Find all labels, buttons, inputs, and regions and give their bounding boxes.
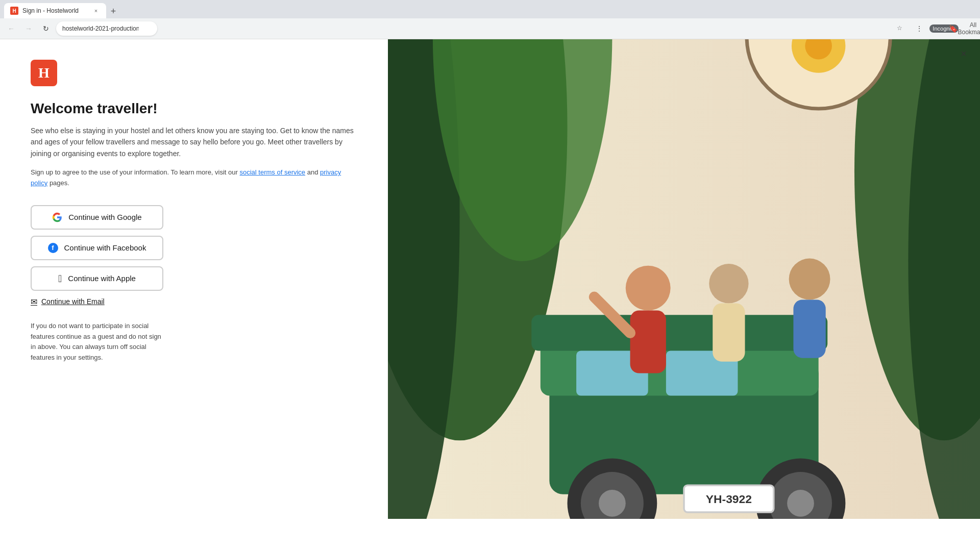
facebook-icon: f bbox=[48, 243, 58, 253]
terms-middle: and bbox=[307, 168, 320, 176]
back-button[interactable]: ← bbox=[4, 21, 18, 36]
left-panel: H Welcome traveller! See who else is sta… bbox=[0, 39, 388, 519]
bookmark-star-icon[interactable]: ☆ bbox=[897, 24, 905, 33]
tab-close-button[interactable]: × bbox=[92, 7, 100, 15]
terms-text: Sign up to agree to the use of your info… bbox=[31, 167, 357, 189]
refresh-button[interactable]: ↻ bbox=[39, 21, 53, 36]
background-scene: YH-3922 THE SPINDRIF bbox=[388, 39, 980, 519]
svg-rect-26 bbox=[713, 303, 745, 361]
tab-favicon: H bbox=[10, 7, 18, 15]
scene-svg: YH-3922 THE SPINDRIF bbox=[388, 39, 980, 519]
svg-point-25 bbox=[709, 264, 748, 303]
address-bar-row: ← → ↻ ☆ ⋮ Incognito 🔖 All Bookmarks bbox=[0, 18, 980, 39]
svg-rect-23 bbox=[630, 311, 666, 373]
all-bookmarks-label: All Bookmarks bbox=[958, 21, 980, 36]
svg-text:YH-3922: YH-3922 bbox=[706, 492, 752, 506]
address-bar-wrapper: ☆ bbox=[56, 21, 909, 36]
extensions-button[interactable]: ⋮ bbox=[912, 21, 926, 36]
apple-icon:  bbox=[58, 273, 62, 284]
svg-point-16 bbox=[599, 490, 626, 517]
active-tab[interactable]: H Sign in - Hostelworld × bbox=[4, 3, 106, 18]
address-bar-input[interactable] bbox=[56, 21, 157, 36]
right-panel: YH-3922 THE SPINDRIF bbox=[388, 39, 980, 519]
page-content: H Welcome traveller! See who else is sta… bbox=[0, 39, 980, 519]
all-bookmarks-button[interactable]: 🔖 All Bookmarks bbox=[962, 21, 976, 36]
social-terms-link[interactable]: social terms of service bbox=[239, 168, 305, 176]
terms-after: pages. bbox=[50, 179, 69, 187]
apple-btn-label: Continue with Apple bbox=[68, 274, 136, 283]
facebook-signin-button[interactable]: f Continue with Facebook bbox=[31, 236, 163, 260]
address-bar-icons: ☆ bbox=[897, 24, 905, 33]
svg-point-19 bbox=[787, 490, 814, 517]
terms-before: Sign up to agree to the use of your info… bbox=[31, 168, 239, 176]
google-btn-label: Continue with Google bbox=[68, 213, 141, 221]
apple-signin-button[interactable]:  Continue with Apple bbox=[31, 266, 163, 291]
google-icon bbox=[52, 212, 62, 222]
email-icon: ✉ bbox=[31, 297, 37, 307]
new-tab-button[interactable]: + bbox=[106, 4, 120, 18]
google-signin-button[interactable]: Continue with Google bbox=[31, 205, 163, 230]
guest-text: If you do not want to participate in soc… bbox=[31, 321, 163, 363]
svg-point-27 bbox=[789, 259, 830, 300]
svg-rect-11 bbox=[531, 315, 827, 350]
welcome-description: See who else is staying in your hostel a… bbox=[31, 125, 357, 159]
svg-rect-28 bbox=[793, 299, 825, 358]
welcome-title: Welcome traveller! bbox=[31, 101, 357, 117]
facebook-btn-label: Continue with Facebook bbox=[64, 243, 146, 252]
email-link-label: Continue with Email bbox=[41, 297, 105, 306]
svg-point-22 bbox=[626, 266, 671, 311]
close-icon: × bbox=[961, 48, 967, 60]
bookmark-icon: 🔖 bbox=[949, 24, 958, 33]
tab-bar: H Sign in - Hostelworld × + bbox=[0, 0, 980, 18]
tab-title: Sign in - Hostelworld bbox=[22, 7, 88, 14]
forward-button[interactable]: → bbox=[21, 21, 36, 36]
logo-letter: H bbox=[38, 65, 50, 81]
browser-chrome: H Sign in - Hostelworld × + ← → ↻ ☆ ⋮ In… bbox=[0, 0, 980, 39]
email-signin-button[interactable]: ✉ Continue with Email bbox=[31, 297, 105, 307]
close-button[interactable]: × bbox=[955, 45, 972, 62]
hostelworld-logo: H bbox=[31, 60, 57, 86]
